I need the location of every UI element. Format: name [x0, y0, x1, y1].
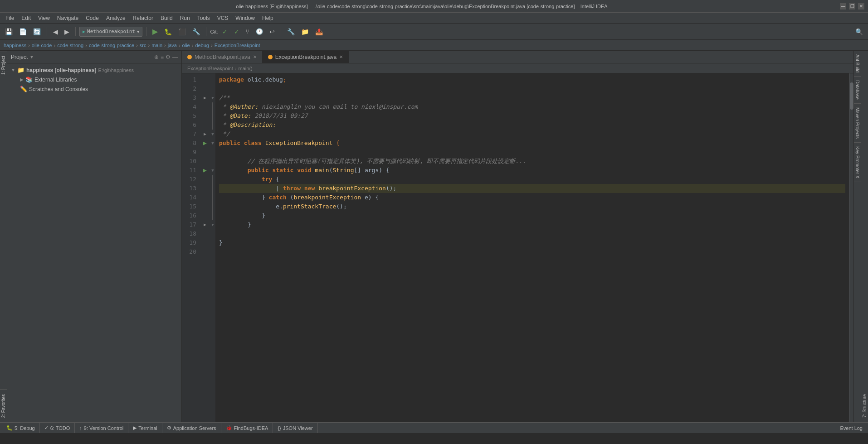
bottom-tab-json-viewer[interactable]: {} JSON Viewer	[273, 423, 317, 433]
menu-build[interactable]: Build	[157, 14, 176, 22]
deployment-button[interactable]: 📤	[313, 27, 325, 37]
event-log-button[interactable]: Event Log	[836, 425, 866, 432]
toolbar: 💾 📄 🔄 ◀ ▶ ▶ MethodBreakpoint ▼ ▶ 🐛 ⬛ 🔧 G…	[0, 24, 868, 40]
scrollbar-thumb[interactable]	[850, 82, 853, 110]
code-breadcrumb-sep: ›	[235, 66, 237, 71]
stop-button[interactable]: ⬛	[176, 27, 188, 37]
breadcrumb-code-strong-practice[interactable]: code-strong-practice	[89, 43, 134, 48]
menu-help[interactable]: Help	[258, 14, 277, 22]
code-breadcrumb-class[interactable]: ExceptionBreakpoint	[187, 66, 233, 71]
search-everywhere-button[interactable]: 🔍	[853, 27, 865, 37]
code-line-3: /**	[219, 93, 845, 102]
breadcrumb-code-strong[interactable]: code-strong	[57, 43, 83, 48]
code-line-9	[219, 148, 845, 157]
project-dropdown-icon[interactable]: ▼	[30, 55, 33, 59]
tree-expand-root[interactable]: ▼	[11, 68, 15, 72]
sidebar-tab-favorites[interactable]: 2: Favorites	[0, 389, 7, 422]
breadcrumb-exception-breakpoint[interactable]: ExceptionBreakpoint	[215, 43, 260, 48]
breadcrumb-java[interactable]: java	[168, 43, 177, 48]
debug-icon: 🐛	[6, 425, 13, 431]
terminal-icon: ▶	[133, 425, 137, 431]
menu-analyze[interactable]: Analyze	[102, 14, 129, 22]
tree-item-scratches[interactable]: ✏️ Scratches and Consoles	[7, 84, 181, 94]
project-structure-button[interactable]: 📁	[299, 27, 311, 37]
bottom-tab-version-control[interactable]: ↑ 9: Version Control	[75, 423, 128, 433]
minimize-button[interactable]: —	[840, 3, 846, 10]
code-line-15: e.printStackTrace();	[219, 202, 845, 211]
git-push-button[interactable]: ✓	[232, 27, 242, 37]
menu-refactor[interactable]: Refactor	[129, 14, 157, 22]
close-button[interactable]: ✕	[858, 3, 864, 10]
sidebar-tab-structure[interactable]: 7: Structure	[861, 390, 868, 422]
fold-gutter: ▼ ▼ ▼ ▼ ▼	[210, 73, 215, 422]
terminal-label: Terminal	[138, 425, 157, 431]
structure-sidebar[interactable]: 7: Structure	[861, 51, 868, 422]
tab-label-method: MethodBreakpoint.java	[195, 54, 250, 60]
right-panel-maven[interactable]: Maven Projects	[854, 104, 861, 143]
refresh-button[interactable]: 🔄	[31, 27, 43, 37]
breadcrumb-debug[interactable]: debug	[195, 43, 209, 48]
bottom-tab-findbugs[interactable]: 🐞 FindBugs-IDEA	[221, 423, 273, 433]
breadcrumb-olie-code[interactable]: olie-code	[32, 43, 52, 48]
breadcrumb-happiness[interactable]: happiness	[4, 43, 26, 48]
save-button[interactable]: 💾	[3, 27, 15, 37]
menu-view[interactable]: View	[34, 14, 54, 22]
tab-exception-breakpoint[interactable]: ExceptionBreakpoint.java ✕	[263, 51, 349, 63]
menu-tools[interactable]: Tools	[194, 14, 214, 22]
bottom-tab-todo[interactable]: ✓ 6: TODO	[40, 423, 75, 433]
right-panel-ant[interactable]: Ant Build	[854, 51, 861, 77]
attach-button[interactable]: 🔧	[190, 27, 202, 37]
tree-scratches-label: Scratches and Consoles	[29, 86, 88, 92]
version-control-label: 9: Version Control	[84, 425, 123, 431]
back-button[interactable]: ◀	[51, 27, 60, 37]
tab-close-method[interactable]: ✕	[253, 54, 257, 59]
bottom-tab-app-servers[interactable]: ⚙ Application Servers	[162, 423, 221, 433]
run-config-dropdown[interactable]: ▶ MethodBreakpoint ▼	[79, 27, 142, 37]
code-line-16: }	[219, 211, 845, 220]
bottom-tab-terminal[interactable]: ▶ Terminal	[128, 423, 162, 433]
git-history-button[interactable]: 🕐	[254, 27, 265, 36]
tree-expand-ext[interactable]: ▶	[20, 77, 24, 82]
code-content[interactable]: package olie.debug; /** * @Auther: niexi…	[215, 73, 849, 422]
sidebar-tab-project[interactable]: 1: Project	[0, 51, 7, 79]
vertical-scrollbar[interactable]	[849, 73, 853, 422]
git-check-button[interactable]: ✓	[220, 27, 230, 37]
code-line-1: package olie.debug;	[219, 75, 845, 84]
run-button[interactable]: ▶	[150, 26, 160, 37]
window-controls: — ❐ ✕	[840, 3, 864, 10]
breadcrumb-src[interactable]: src	[140, 43, 146, 48]
project-settings-button[interactable]: ⚙	[166, 54, 171, 60]
menu-file[interactable]: File	[2, 14, 18, 22]
tab-method-breakpoint[interactable]: MethodBreakpoint.java ✕	[182, 51, 263, 63]
forward-button[interactable]: ▶	[62, 27, 72, 37]
git-branch-button[interactable]: ⑂	[244, 27, 252, 37]
menu-navigate[interactable]: Navigate	[54, 14, 82, 22]
maximize-button[interactable]: ❐	[849, 3, 855, 10]
code-breadcrumb-method[interactable]: main()	[239, 66, 253, 71]
code-editor[interactable]: 123456 789101112 131415161718 1920 ▶ ▶ ▶…	[182, 73, 853, 422]
menu-window[interactable]: Window	[232, 14, 258, 22]
breadcrumb-main[interactable]: main	[151, 43, 162, 48]
project-locate-button[interactable]: ⊕	[154, 54, 159, 60]
tab-close-exception[interactable]: ✕	[339, 54, 343, 59]
menu-code[interactable]: Code	[82, 14, 102, 22]
menu-bar: File Edit View Navigate Code Analyze Ref…	[0, 13, 868, 24]
toolbar-right: 🔍	[853, 27, 865, 37]
breadcrumb-olie[interactable]: olie	[182, 43, 190, 48]
tree-item-root[interactable]: ▼ 📁 happiness [olie-happiness] E:\git\ha…	[7, 65, 181, 75]
new-file-button[interactable]: 📄	[17, 27, 29, 37]
git-revert-button[interactable]: ↩	[267, 27, 277, 37]
version-control-icon: ↑	[79, 425, 82, 431]
code-line-6: * @Description:	[219, 121, 845, 130]
settings-button[interactable]: 🔧	[285, 27, 297, 37]
menu-vcs[interactable]: VCS	[214, 14, 232, 22]
bottom-tab-debug[interactable]: 🐛 5: Debug	[2, 423, 40, 433]
tree-item-external-libs[interactable]: ▶ 📚 External Libraries	[7, 75, 181, 84]
menu-run[interactable]: Run	[176, 14, 194, 22]
menu-edit[interactable]: Edit	[18, 14, 34, 22]
project-expand-button[interactable]: ≡	[161, 54, 164, 60]
right-panel-database[interactable]: Database	[854, 77, 861, 104]
debug-button[interactable]: 🐛	[162, 27, 174, 37]
project-close-button[interactable]: —	[172, 54, 178, 60]
right-panel-key-promoter[interactable]: Key Promoter X	[854, 143, 861, 183]
